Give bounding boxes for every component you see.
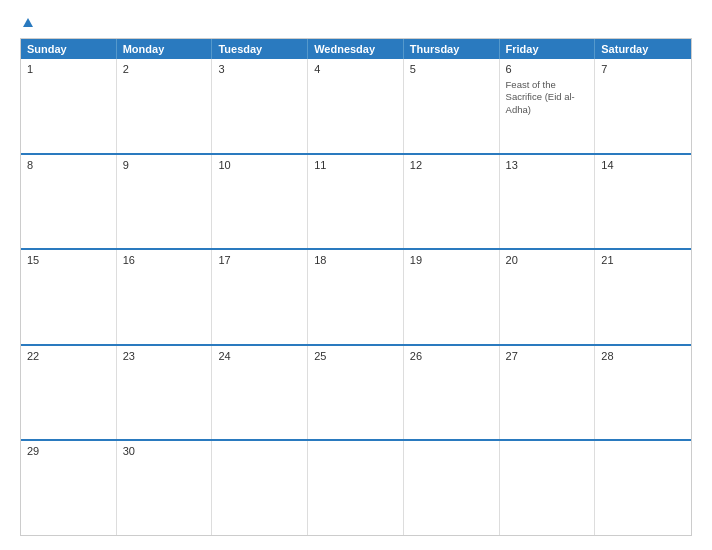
day-number: 1 bbox=[27, 63, 110, 75]
day-number: 19 bbox=[410, 254, 493, 266]
calendar-cell: 17 bbox=[212, 250, 308, 344]
calendar-cell: 11 bbox=[308, 155, 404, 249]
calendar: SundayMondayTuesdayWednesdayThursdayFrid… bbox=[20, 38, 692, 536]
day-number: 11 bbox=[314, 159, 397, 171]
day-number: 14 bbox=[601, 159, 685, 171]
calendar-week: 15161718192021 bbox=[21, 248, 691, 344]
calendar-cell: 25 bbox=[308, 346, 404, 440]
day-number: 10 bbox=[218, 159, 301, 171]
calendar-header-day: Monday bbox=[117, 39, 213, 59]
day-number: 16 bbox=[123, 254, 206, 266]
day-number: 20 bbox=[506, 254, 589, 266]
calendar-cell: 22 bbox=[21, 346, 117, 440]
calendar-cell: 13 bbox=[500, 155, 596, 249]
calendar-cell: 23 bbox=[117, 346, 213, 440]
calendar-cell: 7 bbox=[595, 59, 691, 153]
calendar-cell bbox=[595, 441, 691, 535]
calendar-cell: 30 bbox=[117, 441, 213, 535]
day-number: 23 bbox=[123, 350, 206, 362]
calendar-cell: 20 bbox=[500, 250, 596, 344]
day-number: 17 bbox=[218, 254, 301, 266]
day-number: 21 bbox=[601, 254, 685, 266]
calendar-cell: 18 bbox=[308, 250, 404, 344]
calendar-cell: 19 bbox=[404, 250, 500, 344]
calendar-body: 123456Feast of the Sacrifice (Eid al-Adh… bbox=[21, 59, 691, 535]
calendar-cell: 16 bbox=[117, 250, 213, 344]
day-number: 12 bbox=[410, 159, 493, 171]
calendar-week: 22232425262728 bbox=[21, 344, 691, 440]
calendar-cell: 26 bbox=[404, 346, 500, 440]
day-number: 26 bbox=[410, 350, 493, 362]
calendar-cell: 15 bbox=[21, 250, 117, 344]
day-number: 27 bbox=[506, 350, 589, 362]
calendar-cell: 9 bbox=[117, 155, 213, 249]
page: SundayMondayTuesdayWednesdayThursdayFrid… bbox=[0, 0, 712, 550]
calendar-cell: 5 bbox=[404, 59, 500, 153]
calendar-cell bbox=[308, 441, 404, 535]
calendar-cell: 3 bbox=[212, 59, 308, 153]
day-number: 22 bbox=[27, 350, 110, 362]
calendar-cell: 4 bbox=[308, 59, 404, 153]
day-number: 7 bbox=[601, 63, 685, 75]
day-number: 29 bbox=[27, 445, 110, 457]
calendar-cell bbox=[212, 441, 308, 535]
calendar-header-day: Thursday bbox=[404, 39, 500, 59]
day-number: 5 bbox=[410, 63, 493, 75]
calendar-cell: 29 bbox=[21, 441, 117, 535]
calendar-cell bbox=[500, 441, 596, 535]
calendar-cell: 10 bbox=[212, 155, 308, 249]
calendar-header-day: Wednesday bbox=[308, 39, 404, 59]
calendar-cell: 28 bbox=[595, 346, 691, 440]
holiday-label: Feast of the Sacrifice (Eid al-Adha) bbox=[506, 79, 589, 116]
day-number: 9 bbox=[123, 159, 206, 171]
calendar-cell: 8 bbox=[21, 155, 117, 249]
calendar-cell: 6Feast of the Sacrifice (Eid al-Adha) bbox=[500, 59, 596, 153]
day-number: 25 bbox=[314, 350, 397, 362]
calendar-header-day: Sunday bbox=[21, 39, 117, 59]
calendar-week: 2930 bbox=[21, 439, 691, 535]
calendar-header: SundayMondayTuesdayWednesdayThursdayFrid… bbox=[21, 39, 691, 59]
calendar-cell: 1 bbox=[21, 59, 117, 153]
day-number: 6 bbox=[506, 63, 589, 75]
day-number: 3 bbox=[218, 63, 301, 75]
calendar-cell: 27 bbox=[500, 346, 596, 440]
day-number: 28 bbox=[601, 350, 685, 362]
day-number: 18 bbox=[314, 254, 397, 266]
logo bbox=[20, 18, 33, 28]
day-number: 24 bbox=[218, 350, 301, 362]
calendar-cell: 12 bbox=[404, 155, 500, 249]
logo-triangle-icon bbox=[23, 18, 33, 27]
calendar-cell: 2 bbox=[117, 59, 213, 153]
calendar-week: 123456Feast of the Sacrifice (Eid al-Adh… bbox=[21, 59, 691, 153]
calendar-cell bbox=[404, 441, 500, 535]
day-number: 4 bbox=[314, 63, 397, 75]
calendar-cell: 24 bbox=[212, 346, 308, 440]
calendar-header-day: Tuesday bbox=[212, 39, 308, 59]
calendar-header-day: Saturday bbox=[595, 39, 691, 59]
day-number: 2 bbox=[123, 63, 206, 75]
day-number: 8 bbox=[27, 159, 110, 171]
calendar-header-day: Friday bbox=[500, 39, 596, 59]
day-number: 30 bbox=[123, 445, 206, 457]
calendar-week: 891011121314 bbox=[21, 153, 691, 249]
header bbox=[20, 18, 692, 28]
calendar-cell: 21 bbox=[595, 250, 691, 344]
day-number: 15 bbox=[27, 254, 110, 266]
day-number: 13 bbox=[506, 159, 589, 171]
calendar-cell: 14 bbox=[595, 155, 691, 249]
